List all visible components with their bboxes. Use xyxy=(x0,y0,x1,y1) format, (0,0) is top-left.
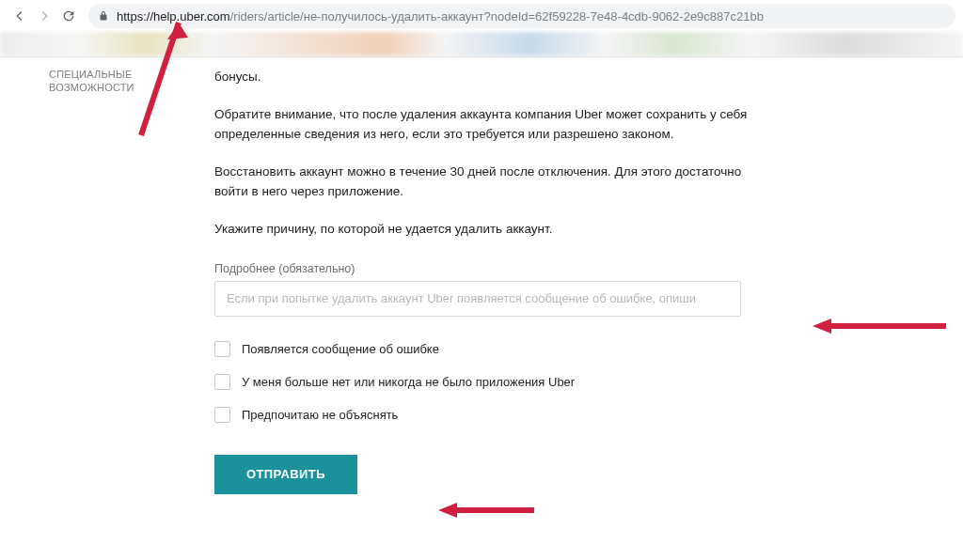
svg-marker-2 xyxy=(438,503,457,518)
reload-button[interactable] xyxy=(56,4,81,28)
lock-icon xyxy=(98,10,109,22)
arrow-right-icon xyxy=(37,8,52,23)
page-body: СПЕЦИАЛЬНЫЕ ВОЗМОЖНОСТИ бонусы. Обратите… xyxy=(0,57,963,494)
address-bar[interactable]: https://help.uber.com/riders/article/не-… xyxy=(88,4,955,28)
paragraph-restore: Восстановить аккаунт можно в течение 30 … xyxy=(214,162,769,202)
checkbox-error[interactable] xyxy=(214,341,230,357)
arrow-left-icon xyxy=(12,8,27,23)
option-noexplain-row[interactable]: Предпочитаю не объяснять xyxy=(214,407,769,423)
option-error-label: Появляется сообщение об ошибке xyxy=(242,342,439,356)
details-input[interactable] xyxy=(214,281,741,317)
reload-icon xyxy=(61,8,76,23)
sidebar: СПЕЦИАЛЬНЫЕ ВОЗМОЖНОСТИ xyxy=(0,65,150,494)
annotation-arrow-submit xyxy=(434,496,538,524)
details-label: Подробнее (обязательно) xyxy=(214,262,769,275)
paragraph-notice: Обратите внимание, что после удаления ак… xyxy=(214,104,769,145)
url-path: /riders/article/не-получилось-удалить-ак… xyxy=(230,9,764,23)
article-content: бонусы. Обратите внимание, что после уда… xyxy=(214,65,769,494)
back-button[interactable] xyxy=(8,4,32,28)
sidebar-item-label-line1: СПЕЦИАЛЬНЫЕ xyxy=(49,69,132,80)
paragraph-reason-prompt: Укажите причину, по которой не удается у… xyxy=(214,219,769,240)
submit-button-label: ОТПРАВИТЬ xyxy=(246,467,325,481)
forward-button[interactable] xyxy=(32,4,56,28)
sidebar-item-label-line2: ВОЗМОЖНОСТИ xyxy=(49,82,134,93)
submit-button[interactable]: ОТПРАВИТЬ xyxy=(214,455,357,494)
checkbox-noexplain[interactable] xyxy=(214,407,230,423)
option-noexplain-label: Предпочитаю не объяснять xyxy=(242,408,398,422)
paragraph-bonuses: бонусы. xyxy=(214,67,769,87)
option-noapp-row[interactable]: У меня больше нет или никогда не было пр… xyxy=(214,374,769,390)
url-host: https://help.uber.com xyxy=(117,9,230,23)
option-noapp-label: У меня больше нет или никогда не было пр… xyxy=(242,375,575,389)
bookmarks-bar-blurred xyxy=(0,32,963,56)
checkbox-noapp[interactable] xyxy=(214,374,230,390)
sidebar-item-accessibility[interactable]: СПЕЦИАЛЬНЫЕ ВОЗМОЖНОСТИ xyxy=(49,69,150,95)
option-error-row[interactable]: Появляется сообщение об ошибке xyxy=(214,341,769,357)
browser-chrome: https://help.uber.com/riders/article/не-… xyxy=(0,0,963,32)
